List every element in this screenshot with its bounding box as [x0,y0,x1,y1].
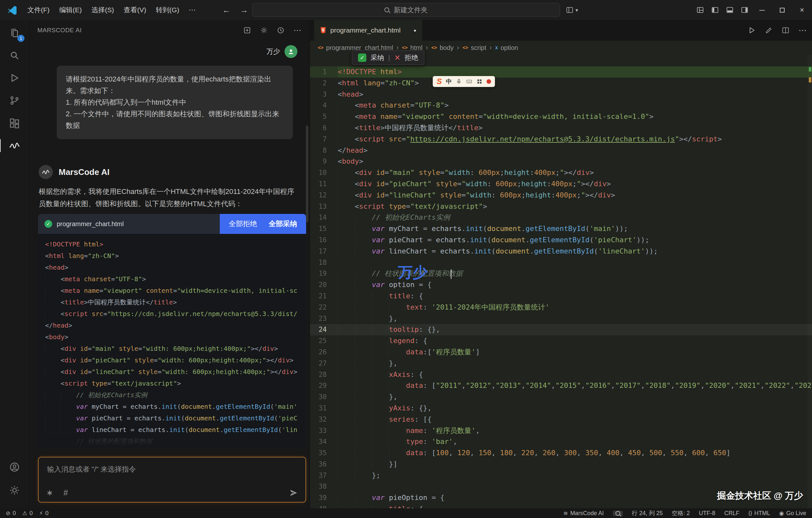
status-item[interactable]: 空格: 2 [672,509,690,517]
breadcrumb-item[interactable]: <>script [462,44,486,52]
edit-icon[interactable] [765,26,773,34]
menu-item[interactable]: 编辑(E) [54,0,87,20]
line-number: 7 [310,134,338,145]
explorer-badge: 1 [18,35,25,42]
accept-button[interactable]: 采纳 [371,53,384,62]
explorer-icon[interactable]: 1 [0,23,29,43]
file-icon: <> [318,45,323,51]
ime-toolbar: S 中 [433,76,495,87]
ime-keyboard-icon[interactable] [466,79,472,84]
layout-selector[interactable]: ▾ [566,0,578,20]
code-line: <div id="pieChart" style="width: 600px;h… [45,354,306,366]
sogou-logo-icon[interactable]: S [437,77,442,86]
ime-mode-chinese[interactable]: 中 [446,78,452,85]
line-number: 28 [310,369,338,380]
ime-mic-icon[interactable] [456,79,462,84]
modified-dot-icon[interactable]: ● [414,28,416,33]
breadcrumb-item[interactable]: <>body [431,44,453,52]
status-item[interactable]: ⚡0 [39,510,49,517]
forward-icon[interactable]: → [240,5,248,15]
status-item[interactable] [613,511,623,516]
chat-settings-icon[interactable] [260,26,268,34]
ime-toolbox-icon[interactable] [476,79,482,84]
command-center-search[interactable]: 新建文件夹 [252,3,560,17]
tab-programmer-chart[interactable]: programmer_chart.html ● [314,20,422,40]
history-nav: ← → [222,0,248,20]
code-line: <body> [45,331,306,343]
menu-item[interactable]: 转到(G) [151,0,184,20]
code-line: 20 var option = { [310,279,812,291]
back-icon[interactable]: ← [222,5,230,15]
more-menu-button[interactable]: ⋯ [184,6,200,14]
line-number: 36 [310,459,338,470]
run-file-icon[interactable] [748,26,756,34]
menu-item[interactable]: 选择(S) [87,0,119,20]
accept-all-button[interactable]: 全部采纳 [269,219,297,229]
status-item[interactable]: UTF-8 [699,510,715,517]
toggle-panel-icon[interactable] [722,6,737,14]
code-line: 14 // 初始化ECharts实例 [310,212,812,223]
toggle-secondary-sidebar-icon[interactable] [737,6,752,14]
search-icon [615,511,620,516]
breadcrumb-item[interactable]: xoption [495,44,518,52]
tab-bar: programmer_chart.html ● [310,20,812,40]
split-editor-icon[interactable] [782,26,789,34]
account-icon[interactable] [0,457,29,478]
code-line: 2<html lang="zh-CN"> [310,78,812,89]
extensions-icon[interactable] [0,113,29,133]
code-line: 25 legend: { [310,335,812,346]
assistant-reply-text: 根据您的需求，我将使用ECharts库在一个HTML文件中绘制2011-2024… [39,186,294,210]
reject-button[interactable]: 拒绝 [405,53,418,62]
close-button[interactable]: × [792,0,812,20]
overview-ruler[interactable] [808,55,812,508]
status-item[interactable]: ◉Go Live [779,510,806,517]
code-line: 4 <meta charset="UTF-8"> [310,100,812,111]
context-hash-icon[interactable]: # [63,488,68,497]
panel-more-icon[interactable]: ⋯ [294,26,301,35]
line-number: 14 [310,212,338,223]
code-line: 1<!DOCTYPE html> [310,66,812,78]
marscode-ai-icon[interactable] [0,135,29,156]
html-file-icon [320,27,326,34]
tab-label: programmer_chart.html [330,26,401,34]
line-number: 10 [310,167,338,179]
code-line: 27 }, [310,358,812,369]
minimize-button[interactable]: ─ [752,0,772,20]
menu-item[interactable]: 查看(V) [119,0,151,20]
run-debug-icon[interactable] [0,68,29,88]
code-line: 30 }, [310,391,812,403]
code-line: <meta name="viewport" content="width=dev… [45,285,306,296]
status-item[interactable]: {}HTML [749,510,770,517]
status-item[interactable]: ⊘0 [6,510,16,517]
toggle-sidebar-icon[interactable] [707,6,722,14]
assistant-name: MarsCode AI [59,167,110,177]
new-chat-icon[interactable] [243,26,251,34]
settings-gear-icon[interactable] [0,480,29,500]
search-icon [384,7,389,12]
status-item[interactable]: CRLF [724,510,740,517]
status-right: ≋MarsCode AI行 24, 列 25空格: 2UTF-8CRLF{}HT… [563,509,806,517]
code-line: 16 var pieChart = echarts.init(document.… [310,235,812,246]
chat-scrollbar[interactable] [306,126,308,222]
status-item[interactable]: 行 24, 列 25 [632,509,663,517]
code-line: <title>中国程序员数量统计</title> [45,296,306,308]
source-control-icon[interactable] [0,90,29,111]
reject-all-button[interactable]: 全部拒绝 [229,219,257,229]
chat-input-box[interactable]: 输入消息或者 "/" 来选择指令 ∗ # [38,457,306,502]
menu-item[interactable]: 文件(F) [23,0,54,20]
search-view-icon[interactable] [0,45,29,66]
send-icon[interactable] [289,489,298,497]
line-number: 6 [310,122,338,134]
line-number: 24 [310,324,338,335]
status-item[interactable]: ≋MarsCode AI [563,510,604,517]
status-item[interactable]: ⚠0 [22,510,33,517]
ime-status-dot-icon[interactable] [487,79,491,84]
code-block-body: <!DOCTYPE html><html lang="zh-CN"><head>… [38,234,306,447]
history-icon[interactable] [277,26,285,34]
maximize-button[interactable] [772,0,792,20]
code-editor[interactable]: 1<!DOCTYPE html>2<html lang="zh-CN">3<he… [310,55,812,508]
editor-more-icon[interactable]: ⋯ [799,26,807,35]
commands-icon[interactable]: ∗ [47,488,53,497]
customize-layout-icon[interactable] [693,6,707,14]
line-number: 1 [310,66,338,78]
